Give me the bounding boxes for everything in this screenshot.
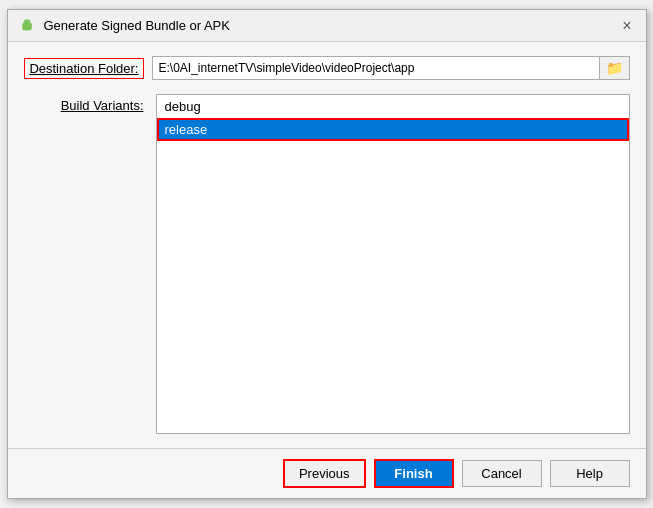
build-variants-label-container: Build Variants: — [24, 94, 144, 434]
dialog-body: Destination Folder: E:\0AI_internetTV\si… — [8, 42, 646, 448]
list-item-release[interactable]: release — [157, 118, 629, 141]
destination-path-text: E:\0AI_internetTV\simpleVideo\videoProje… — [153, 59, 599, 77]
generate-signed-bundle-dialog: Generate Signed Bundle or APK × Destinat… — [7, 9, 647, 499]
destination-row: Destination Folder: E:\0AI_internetTV\si… — [24, 56, 630, 80]
destination-path-container: E:\0AI_internetTV\simpleVideo\videoProje… — [152, 56, 630, 80]
cancel-button[interactable]: Cancel — [462, 460, 542, 487]
build-variants-list[interactable]: debug release — [156, 94, 630, 434]
svg-point-1 — [25, 20, 26, 21]
close-button[interactable]: × — [618, 16, 635, 36]
title-bar-left: Generate Signed Bundle or APK — [18, 17, 230, 35]
dialog-footer: Previous Finish Cancel Help — [8, 448, 646, 498]
help-button[interactable]: Help — [550, 460, 630, 487]
destination-folder-label: Destination Folder: — [24, 58, 144, 79]
list-item-debug[interactable]: debug — [157, 95, 629, 118]
title-bar: Generate Signed Bundle or APK × — [8, 10, 646, 42]
content-area: Build Variants: debug release — [24, 94, 630, 434]
finish-button[interactable]: Finish — [374, 459, 454, 488]
svg-point-2 — [27, 20, 28, 21]
previous-button[interactable]: Previous — [283, 459, 366, 488]
folder-icon: 📁 — [606, 60, 623, 76]
build-variants-label: Build Variants: — [61, 98, 144, 113]
android-icon — [18, 17, 36, 35]
browse-folder-button[interactable]: 📁 — [599, 57, 629, 79]
dialog-title: Generate Signed Bundle or APK — [44, 18, 230, 33]
